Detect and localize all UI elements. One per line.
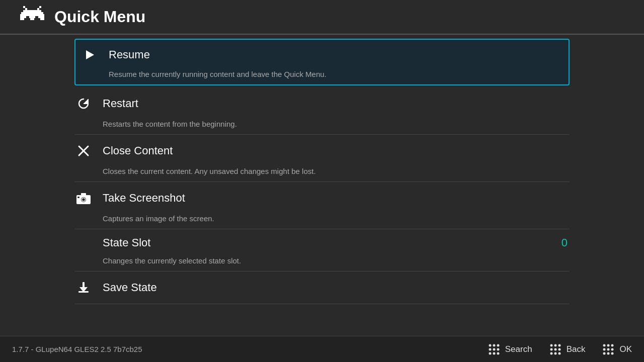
svg-point-29 [497,348,499,350]
menu-item-screenshot-desc: Captures an image of the screen. [103,214,570,229]
menu-item-resume[interactable]: Resume Resume the currently running cont… [74,39,570,85]
svg-rect-5 [21,12,43,14]
svg-rect-20 [77,197,79,198]
search-dots-icon [487,342,501,356]
back-dots-icon [548,342,562,356]
menu-item-screenshot-label: Take Screenshot [103,192,570,205]
version-text: 1.7.7 - GLupeN64 GLES2 2.5 7b7cb25 [12,345,487,353]
menu-item-state-slot-value: 0 [561,236,568,249]
svg-rect-10 [20,18,24,20]
svg-point-32 [497,352,499,354]
menu-item-resume-desc: Resume the currently running content and… [109,70,564,84]
menu-container: Resume Resume the currently running cont… [0,39,644,304]
menu-item-close-label: Close Content [103,144,570,157]
svg-point-41 [558,352,560,354]
menu-item-state-slot-desc: Changes the currently selected state slo… [103,256,570,271]
restart-icon [74,95,93,113]
svg-point-26 [497,344,499,346]
svg-point-37 [554,348,556,350]
close-icon [74,142,93,160]
svg-point-50 [611,352,614,354]
svg-point-43 [607,344,610,346]
menu-item-state-slot-label: State Slot [103,236,551,249]
camera-icon [74,189,93,207]
bottom-actions: Search Back [487,342,632,356]
svg-point-19 [82,198,86,202]
svg-point-33 [550,344,552,346]
svg-point-28 [493,348,495,350]
svg-rect-6 [20,14,44,16]
play-icon [80,46,99,64]
svg-point-38 [558,348,560,350]
search-action[interactable]: Search [487,342,532,356]
svg-point-39 [550,352,552,354]
menu-item-restart[interactable]: Restart Restarts the content from the be… [74,87,570,135]
svg-rect-3 [37,8,39,10]
svg-point-46 [607,348,610,350]
svg-point-42 [603,344,606,346]
back-label: Back [567,344,586,354]
back-action[interactable]: Back [548,342,586,356]
svg-point-35 [558,344,560,346]
svg-rect-12 [40,18,44,20]
menu-item-close-desc: Closes the current content. Any unsaved … [103,167,570,182]
svg-point-25 [493,344,495,346]
svg-point-48 [603,352,606,354]
svg-rect-9 [38,16,44,18]
header: Quick Menu [0,0,644,34]
header-divider [0,34,644,35]
page-title: Quick Menu [54,8,145,26]
ok-dots-icon [601,342,615,356]
svg-marker-13 [86,50,94,59]
svg-point-49 [607,352,610,354]
ok-action[interactable]: OK [601,342,632,356]
svg-point-31 [493,352,495,354]
menu-item-save-state-label: Save State [103,281,570,294]
menu-item-state-slot[interactable]: State Slot 0 Changes the currently selec… [74,229,570,272]
svg-point-24 [489,344,491,346]
svg-point-34 [554,344,556,346]
svg-rect-7 [20,16,26,18]
svg-rect-8 [29,16,35,18]
game-controller-icon [20,6,44,28]
svg-rect-2 [25,8,27,10]
svg-point-44 [611,344,614,346]
svg-rect-1 [39,6,41,8]
svg-rect-4 [23,10,41,12]
svg-rect-0 [23,6,25,8]
menu-item-screenshot[interactable]: Take Screenshot Captures an image of the… [74,182,570,229]
bottom-bar: 1.7.7 - GLupeN64 GLES2 2.5 7b7cb25 Searc… [0,336,644,362]
svg-point-27 [489,348,491,350]
menu-item-restart-desc: Restarts the content from the beginning. [103,120,570,134]
svg-rect-11 [30,18,34,20]
menu-item-save-state[interactable]: Save State [74,272,570,304]
svg-point-30 [489,352,491,354]
svg-point-36 [550,348,552,350]
menu-item-resume-label: Resume [109,48,564,61]
menu-item-restart-label: Restart [103,97,570,110]
svg-rect-17 [81,193,86,196]
search-label: Search [505,344,532,354]
menu-item-close-content[interactable]: Close Content Closes the current content… [74,135,570,182]
svg-point-45 [603,348,606,350]
svg-point-47 [611,348,614,350]
download-icon [74,279,93,297]
ok-label: OK [619,344,632,354]
svg-point-40 [554,352,556,354]
